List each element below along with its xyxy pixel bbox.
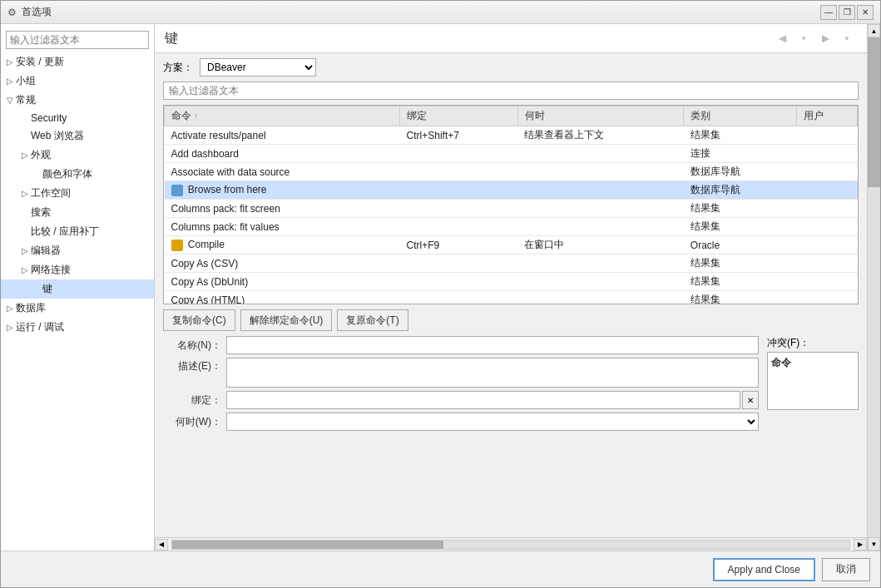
sidebar-item-label: 小组: [16, 74, 36, 88]
command-cell: Columns pack: fit values: [171, 221, 280, 233]
sidebar-item-colors[interactable]: 颜色和字体: [1, 165, 154, 184]
sidebar-item-label: 运行 / 调试: [16, 320, 64, 334]
sort-arrow: ↑: [194, 111, 198, 121]
command-cell: Activate results/panel: [171, 130, 266, 141]
close-button[interactable]: ✕: [857, 5, 874, 20]
sidebar-item-keys[interactable]: 键: [1, 279, 154, 299]
hscroll-left-button[interactable]: ◀: [155, 539, 168, 551]
nav-back-button[interactable]: ◀: [772, 29, 792, 47]
category-cell: 结果集: [690, 220, 720, 232]
sidebar-filter-input[interactable]: [6, 31, 149, 49]
category-cell: 结果集: [690, 294, 720, 304]
sidebar-item-web[interactable]: Web 浏览器: [1, 126, 154, 146]
nav-forward-button[interactable]: ▶: [815, 29, 835, 47]
category-cell: 结果集: [690, 202, 720, 214]
command-cell: Browse from here: [188, 184, 267, 195]
sidebar-item-label: 编辑器: [31, 244, 61, 258]
col-binding[interactable]: 绑定: [400, 106, 518, 126]
sidebar-item-workspace[interactable]: ▷ 工作空间: [1, 184, 154, 203]
filter-row: [163, 82, 859, 100]
filter-input[interactable]: [163, 82, 859, 100]
category-cell: 结果集: [690, 129, 720, 141]
sidebar-item-label: Web 浏览器: [31, 129, 84, 143]
name-input[interactable]: [226, 336, 759, 354]
conflict-label: 冲突(F)：: [767, 336, 809, 350]
table-row[interactable]: Columns pack: fit values 结果集: [165, 218, 858, 236]
binding-label: 绑定：: [163, 393, 221, 408]
sidebar-item-label: 工作空间: [31, 186, 71, 200]
hscroll-track: [171, 540, 850, 550]
sidebar-item-run-debug[interactable]: ▷ 运行 / 调试: [1, 318, 154, 337]
desc-textarea[interactable]: [226, 358, 759, 388]
desc-row: 描述(E)：: [163, 358, 759, 388]
table-row[interactable]: Copy As (CSV) 结果集: [165, 254, 858, 273]
row-icon: [171, 240, 183, 251]
sidebar-item-group[interactable]: ▷ 小组: [1, 72, 154, 91]
scheme-label: 方案：: [163, 61, 193, 75]
maximize-button[interactable]: ❐: [839, 5, 855, 20]
back-icon: ◀: [779, 32, 786, 44]
when-cell: 结果查看器上下文: [524, 129, 604, 141]
col-command[interactable]: 命令 ↑: [165, 106, 400, 126]
col-category[interactable]: 类别: [684, 106, 797, 126]
horizontal-scrollbar[interactable]: ◀ ▶: [155, 537, 867, 551]
sidebar-item-general[interactable]: ▽ 常规: [1, 91, 154, 110]
expand-icon: ▽: [4, 96, 16, 105]
command-cell: Copy As (DbUnit): [171, 276, 249, 288]
action-buttons: 复制命令(C) 解除绑定命令(U) 复原命令(T): [163, 309, 859, 331]
category-cell: 数据库导航: [690, 166, 740, 177]
table-row[interactable]: Browse from here 数据库导航: [165, 181, 858, 200]
apply-close-button[interactable]: Apply and Close: [713, 558, 815, 581]
sidebar-item-editors[interactable]: ▷ 编辑器: [1, 241, 154, 260]
vscroll-down-button[interactable]: ▼: [868, 537, 880, 551]
keys-table-wrapper: 命令 ↑ 绑定 何时 类别 用户: [163, 105, 859, 304]
conflict-box: 命令: [767, 352, 859, 410]
panel-header: 键 ◀ ▼ ▶ ▼: [155, 24, 867, 53]
copy-command-button[interactable]: 复制命令(C): [163, 309, 235, 331]
table-row[interactable]: Copy As (HTML) 结果集: [165, 291, 858, 305]
sidebar-item-install[interactable]: ▷ 安装 / 更新: [1, 52, 154, 72]
category-cell: Oracle: [690, 240, 720, 251]
nav-dropdown-back[interactable]: ▼: [794, 29, 814, 47]
table-row[interactable]: Compile Ctrl+F9 在窗口中 Oracle: [165, 236, 858, 254]
sidebar-item-compare[interactable]: 比较 / 应用补丁: [1, 222, 154, 241]
col-user[interactable]: 用户: [796, 106, 857, 126]
when-select[interactable]: [226, 413, 759, 431]
table-row[interactable]: Add dashboard 连接: [165, 145, 858, 163]
unbind-command-button[interactable]: 解除绑定命令(U): [240, 309, 333, 331]
sidebar-item-network[interactable]: ▷ 网络连接: [1, 260, 154, 279]
sidebar-item-label: 比较 / 应用补丁: [31, 225, 99, 239]
command-cell: Add dashboard: [171, 148, 239, 160]
col-when[interactable]: 何时: [517, 106, 684, 126]
sidebar-item-security[interactable]: Security: [1, 110, 154, 126]
row-icon: [171, 185, 183, 196]
nav-dropdown-forward[interactable]: ▼: [837, 29, 857, 47]
sidebar-item-search[interactable]: 搜索: [1, 203, 154, 222]
binding-input[interactable]: [226, 391, 740, 409]
hscroll-right-button[interactable]: ▶: [854, 539, 867, 551]
hscroll-thumb[interactable]: [172, 541, 443, 549]
table-row[interactable]: Associate with data source 数据库导航: [165, 163, 858, 181]
table-row[interactable]: Activate results/panel Ctrl+Shift+7 结果查看…: [165, 126, 858, 145]
when-cell: 在窗口中: [524, 239, 564, 250]
titlebar: ⚙ 首选项 — ❐ ✕: [1, 1, 880, 24]
vscroll-thumb[interactable]: [868, 37, 880, 187]
panel-nav: ◀ ▼ ▶ ▼: [772, 29, 857, 47]
binding-clear-button[interactable]: ✕: [742, 391, 759, 409]
when-label: 何时(W)：: [163, 415, 221, 429]
vscroll-up-button[interactable]: ▲: [868, 24, 880, 37]
sidebar-item-label: 颜色和字体: [42, 167, 92, 181]
expand-icon: ▷: [19, 151, 31, 160]
expand-icon: ▷: [4, 57, 16, 67]
panel-title: 键: [165, 30, 178, 47]
sidebar-item-database[interactable]: ▷ 数据库: [1, 299, 154, 318]
restore-command-button[interactable]: 复原命令(T): [337, 309, 408, 331]
scheme-select[interactable]: DBeaver: [200, 58, 316, 77]
table-row[interactable]: Copy As (DbUnit) 结果集: [165, 273, 858, 291]
table-row[interactable]: Columns pack: fit screen 结果集: [165, 200, 858, 218]
minimize-button[interactable]: —: [820, 5, 837, 20]
cancel-button[interactable]: 取消: [822, 558, 870, 581]
dropdown-icon: ▼: [844, 35, 850, 42]
sidebar-item-label: 安装 / 更新: [16, 55, 64, 69]
sidebar-item-appearance[interactable]: ▷ 外观: [1, 146, 154, 165]
